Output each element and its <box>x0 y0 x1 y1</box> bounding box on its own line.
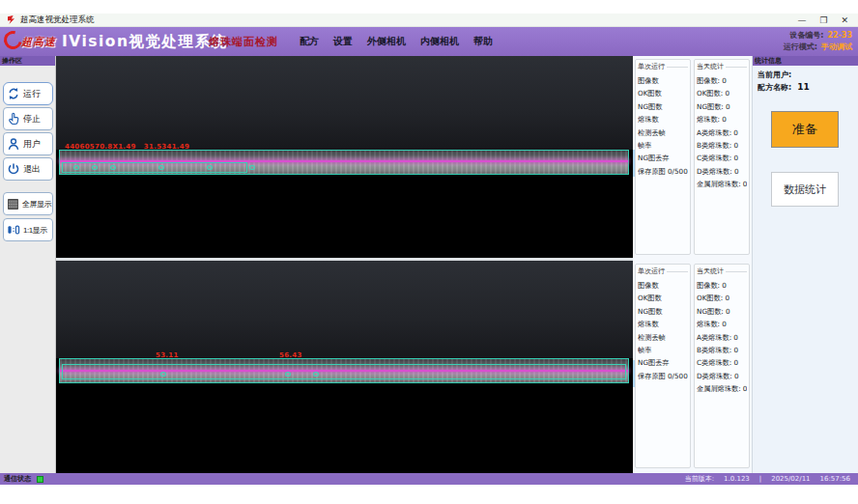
stat-row: 金属屑熔珠数: 0 <box>697 382 747 395</box>
device-id-label: 设备编号: <box>789 31 823 40</box>
feature-marker <box>158 165 164 170</box>
camera-image-background <box>56 261 633 358</box>
status-date: 2025/02/11 <box>771 475 810 483</box>
run-button-label: 运行 <box>23 88 41 100</box>
device-info: 设备编号:22-33 运行模式:手动调试 <box>784 30 852 53</box>
page-title: IVision视觉处理系统 <box>62 27 228 56</box>
app-window: 超高速视觉处理系统 — ❐ ✕ 超高速 IVision视觉处理系统 熔珠端面检测… <box>0 0 858 504</box>
stat-row: D类熔珠数: 0 <box>697 165 747 178</box>
version-value: 1.0.123 <box>724 475 750 483</box>
outer-camera-viewport[interactable]: 44060570.8X1.49 31.5341.49 <box>56 56 633 258</box>
recipe-name-row: 配方名称:11 <box>758 82 810 93</box>
stop-hand-icon <box>7 112 20 126</box>
feature-marker <box>249 165 255 170</box>
maximize-button[interactable]: ❐ <box>819 14 827 27</box>
stat-row: 保存原图 0/500 <box>638 165 688 178</box>
group-title: 单次运行 <box>638 62 688 71</box>
recipe-name-value: 11 <box>797 82 810 92</box>
stop-button[interactable]: 停止 <box>3 107 53 130</box>
recipe-name-label: 配方名称: <box>758 83 791 92</box>
status-separator: | <box>759 475 761 483</box>
comm-status-label: 通信状态 <box>4 474 31 484</box>
os-titlebar: 超高速视觉处理系统 — ❐ ✕ <box>0 14 858 27</box>
stat-row: A类熔珠数: 0 <box>697 126 747 139</box>
measurement-annotation: 53.11 <box>156 351 179 359</box>
stat-row: 熔珠数: 0 <box>697 318 747 330</box>
stat-row: 图像数 <box>638 279 688 292</box>
menu-item-settings[interactable]: 设置 <box>333 35 353 48</box>
one-to-one-button-label: 1:1显示 <box>23 225 47 236</box>
feature-marker <box>313 372 319 377</box>
prepare-button[interactable]: 准备 <box>771 111 839 148</box>
window-title: 超高速视觉处理系统 <box>20 14 95 26</box>
stat-row: 检测丢帧 <box>638 126 688 139</box>
run-button[interactable]: 运行 <box>3 82 53 105</box>
status-time: 16:57:56 <box>820 475 850 483</box>
run-mode-value: 手动调试 <box>821 42 852 51</box>
fullscreen-button[interactable]: 全屏显示 <box>3 192 53 215</box>
camera-image-background <box>56 56 633 150</box>
stat-row: B类熔珠数: 0 <box>697 344 747 356</box>
feature-marker <box>207 165 213 170</box>
statistics-column: 单次运行 图像数 OK图数 NG图数 熔珠数 检测丢帧 帧率 NG图丢弃 保存原… <box>633 56 752 473</box>
feature-marker <box>110 165 116 170</box>
stat-row: 金属屑熔珠数: 0 <box>697 178 747 190</box>
single-run-groupbox: 单次运行 图像数 OK图数 NG图数 熔珠数 检测丢帧 帧率 NG图丢弃 保存原… <box>635 59 691 255</box>
stat-row: 保存原图 0/500 <box>638 370 688 382</box>
feature-marker <box>92 165 98 170</box>
feature-marker <box>73 165 79 170</box>
one-to-one-button[interactable]: 1:1显示 <box>3 218 53 241</box>
menu-item-recipe[interactable]: 配方 <box>300 35 319 48</box>
app-logo-icon <box>8 15 14 24</box>
stat-row: C类熔珠数: 0 <box>697 356 747 369</box>
exit-button-label: 退出 <box>23 163 41 176</box>
user-button-label: 用户 <box>23 138 41 151</box>
current-user-label: 当前用户: <box>758 70 791 79</box>
fullscreen-button-label: 全屏显示 <box>22 199 51 210</box>
daily-stats-groupbox: 当天统计 图像数: 0 OK图数: 0 NG图数: 0 熔珠数: 0 A类熔珠数… <box>694 264 750 468</box>
sidebar-title: 操作区 <box>0 56 55 66</box>
stat-row: 帧率 <box>638 344 688 356</box>
page-subtitle: 熔珠端面检测 <box>209 27 278 58</box>
menu-item-outer-camera[interactable]: 外侧相机 <box>367 35 406 48</box>
exit-button[interactable]: 退出 <box>3 157 53 181</box>
measurement-annotation: 56.43 <box>279 351 302 359</box>
minimize-button[interactable]: — <box>797 14 806 27</box>
run-mode-label: 运行模式: <box>784 42 817 51</box>
stat-row: NG图丢弃 <box>638 356 688 369</box>
power-icon <box>7 162 20 176</box>
stat-row: C类熔珠数: 0 <box>697 152 747 164</box>
stat-row: 熔珠数 <box>638 113 688 126</box>
brand-name: 超高速 <box>21 35 56 49</box>
stat-row: OK图数: 0 <box>697 87 747 99</box>
stat-row: 帧率 <box>638 139 688 152</box>
user-button[interactable]: 用户 <box>3 132 53 155</box>
feature-marker <box>285 372 291 377</box>
stat-row: 图像数: 0 <box>697 74 747 87</box>
stat-row: OK图数 <box>638 292 688 304</box>
device-id-value: 22-33 <box>827 31 852 40</box>
stat-row: D类熔珠数: 0 <box>697 370 747 382</box>
stats-section-top: 单次运行 图像数 OK图数 NG图数 熔珠数 检测丢帧 帧率 NG图丢弃 保存原… <box>633 56 752 258</box>
roi-rect-overlay <box>62 162 247 173</box>
menu-item-inner-camera[interactable]: 内侧相机 <box>420 35 459 48</box>
stats-section-bottom: 单次运行 图像数 OK图数 NG图数 熔珠数 检测丢帧 帧率 NG图丢弃 保存原… <box>633 261 752 471</box>
weld-bead-band <box>59 358 629 383</box>
comm-status-indicator <box>37 476 43 483</box>
stat-row: A类熔珠数: 0 <box>697 331 747 344</box>
one-to-one-icon <box>7 223 20 237</box>
inner-camera-viewport[interactable]: 53.11 56.43 <box>56 261 633 473</box>
data-statistics-button[interactable]: 数据统计 <box>771 172 839 207</box>
stat-row: NG图数 <box>638 305 688 318</box>
group-title: 当天统计 <box>697 62 747 71</box>
fullscreen-icon <box>7 198 19 210</box>
stop-button-label: 停止 <box>23 113 41 126</box>
version-label: 当前版本: <box>685 474 714 484</box>
operation-sidebar: 操作区 运行 停止 用户 <box>0 56 56 473</box>
menu-item-help[interactable]: 帮助 <box>473 35 493 48</box>
feature-marker <box>160 372 166 377</box>
close-button[interactable]: ✕ <box>841 14 848 27</box>
single-run-groupbox: 单次运行 图像数 OK图数 NG图数 熔珠数 检测丢帧 帧率 NG图丢弃 保存原… <box>635 264 691 468</box>
run-refresh-icon <box>7 87 20 100</box>
group-title: 当天统计 <box>697 266 747 276</box>
